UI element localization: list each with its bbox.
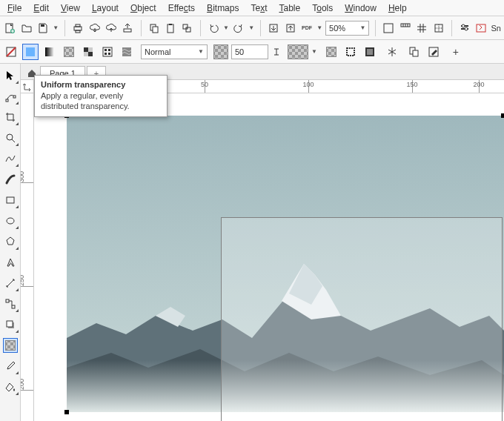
launch-button[interactable]: [474, 20, 488, 36]
eyedropper-tool[interactable]: [3, 359, 18, 374]
menu-file[interactable]: File: [1, 1, 27, 15]
print-button[interactable]: [71, 20, 84, 36]
menu-window[interactable]: Window: [339, 1, 382, 15]
artistic-media-tool[interactable]: [3, 172, 18, 187]
pdf-dropdown-icon[interactable]: ▼: [316, 24, 322, 31]
selection-handle[interactable]: [64, 410, 69, 414]
export-rect-button[interactable]: [283, 20, 296, 36]
text-tool[interactable]: [3, 255, 18, 270]
svg-rect-28: [88, 47, 93, 52]
open-button[interactable]: [19, 20, 33, 36]
zoom-level-select[interactable]: 50% ▼: [325, 21, 369, 36]
apply-fill-button[interactable]: [323, 44, 339, 60]
menu-edit[interactable]: Edit: [27, 1, 55, 15]
fountain-transparency-button[interactable]: [42, 44, 58, 60]
transparency-tool[interactable]: [3, 338, 18, 353]
no-transparency-button[interactable]: [3, 44, 19, 60]
transparency-overlay-rect[interactable]: [221, 217, 503, 421]
fullscreen-button[interactable]: [382, 20, 395, 36]
transparency-value-input[interactable]: 50: [231, 44, 268, 59]
export-button[interactable]: [121, 20, 134, 36]
undo-dropdown-icon[interactable]: ▼: [223, 24, 229, 31]
menu-text[interactable]: Text: [245, 1, 273, 15]
menu-table[interactable]: Table: [273, 1, 307, 15]
menu-tools[interactable]: Tools: [306, 1, 339, 15]
selection-handle[interactable]: [501, 113, 504, 118]
show-grid-button[interactable]: [415, 20, 428, 36]
work-area: Page 1 + 0 50 100 150 200 300 250 200: [0, 64, 504, 421]
svg-point-21: [465, 27, 468, 30]
publish-pdf-button[interactable]: PDF: [300, 20, 314, 36]
drawing-canvas[interactable]: 50: [34, 93, 504, 421]
svg-rect-8: [153, 27, 158, 33]
options-button[interactable]: [458, 20, 471, 36]
svg-rect-37: [366, 48, 374, 56]
uniform-transparency-button[interactable]: [22, 44, 39, 60]
fill-tool[interactable]: [3, 379, 18, 394]
chevron-down-icon: ▼: [198, 48, 204, 55]
cloud-download-button[interactable]: [87, 20, 101, 36]
shape-tool[interactable]: [3, 89, 18, 104]
freehand-tool[interactable]: [3, 151, 18, 166]
paste-button[interactable]: [164, 20, 177, 36]
polygon-tool[interactable]: [3, 234, 18, 249]
tooltip-title: Uniform transparency: [41, 80, 161, 89]
svg-rect-46: [6, 299, 9, 302]
zoom-tool[interactable]: [3, 130, 18, 145]
svg-rect-3: [74, 27, 82, 30]
menu-effects[interactable]: Effects: [162, 1, 201, 15]
copy-transparency-button[interactable]: [406, 44, 422, 60]
menu-help[interactable]: Help: [382, 1, 413, 15]
redo-dropdown-icon[interactable]: ▼: [248, 24, 254, 31]
svg-point-45: [7, 218, 14, 224]
transparency-target-swatch[interactable]: [288, 44, 308, 59]
target-dropdown-icon[interactable]: ▼: [311, 48, 317, 55]
show-rulers-button[interactable]: [399, 20, 412, 36]
svg-rect-39: [413, 50, 418, 56]
svg-rect-10: [169, 24, 172, 25]
menu-view[interactable]: View: [55, 1, 86, 15]
menu-layout[interactable]: Layout: [86, 1, 125, 15]
standard-toolbar: ▼ ▼ ▼ PDF ▼ 50% ▼ Sn: [0, 16, 504, 40]
rectangle-tool[interactable]: [3, 193, 18, 208]
drop-shadow-tool[interactable]: [3, 317, 18, 332]
save-button[interactable]: [36, 20, 50, 36]
svg-rect-44: [7, 197, 14, 203]
menu-object[interactable]: Object: [125, 1, 162, 15]
merge-mode-select[interactable]: Normal ▼: [141, 44, 208, 59]
parallel-dimension-tool[interactable]: [3, 276, 18, 291]
redo-button[interactable]: [232, 20, 245, 36]
cloud-upload-button[interactable]: [105, 20, 118, 36]
duplicate-button[interactable]: [180, 20, 193, 36]
tooltip-body: Apply a regular, evenly distributed tran…: [41, 90, 161, 112]
show-guides-button[interactable]: [431, 20, 445, 36]
svg-rect-5: [76, 30, 80, 33]
transparency-slider-button[interactable]: [271, 44, 282, 60]
copy-button[interactable]: [147, 20, 160, 36]
svg-rect-6: [124, 29, 131, 32]
crop-tool[interactable]: [3, 110, 18, 125]
add-preset-button[interactable]: +: [448, 44, 464, 60]
svg-rect-15: [384, 24, 393, 33]
svg-rect-33: [105, 53, 107, 55]
pattern-transparency-button[interactable]: [61, 44, 77, 60]
pick-tool[interactable]: [3, 68, 18, 83]
ellipse-tool[interactable]: [3, 213, 18, 228]
menu-bitmaps[interactable]: Bitmaps: [201, 1, 245, 15]
vertical-ruler[interactable]: 300 250 200: [21, 93, 34, 421]
two-color-pattern-button[interactable]: [80, 44, 96, 60]
edit-transparency-button[interactable]: [425, 44, 442, 60]
apply-outline-button[interactable]: [342, 44, 359, 60]
connector-tool[interactable]: [3, 296, 18, 311]
new-button[interactable]: [3, 20, 16, 36]
apply-all-button[interactable]: [362, 44, 378, 60]
undo-button[interactable]: [206, 20, 219, 36]
ruler-origin-icon[interactable]: [21, 80, 34, 93]
transparency-picker-swatch[interactable]: [213, 44, 228, 59]
save-dropdown-icon[interactable]: ▼: [53, 24, 59, 31]
bitmap-pattern-button[interactable]: [99, 44, 116, 60]
import-rect-button[interactable]: [267, 20, 280, 36]
freeze-transparency-button[interactable]: [384, 44, 400, 60]
svg-rect-49: [7, 321, 13, 327]
texture-transparency-button[interactable]: [119, 44, 135, 60]
